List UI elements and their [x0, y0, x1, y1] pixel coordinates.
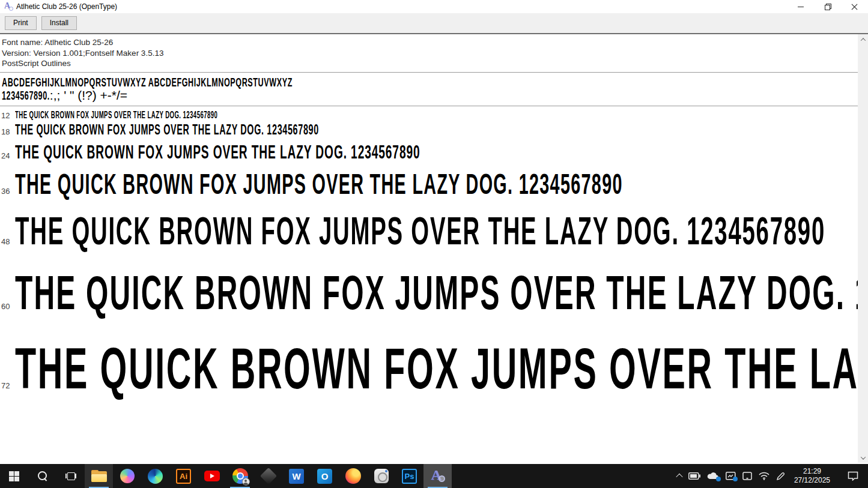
- size-label: 24: [0, 145, 15, 167]
- size-label: 18: [0, 124, 15, 140]
- outlook-icon: O: [317, 469, 332, 484]
- sample-row-72: 72 THE QUICK BROWN FOX JUMPS OVER THE LA…: [0, 335, 858, 420]
- size-label: 60: [0, 279, 15, 335]
- font-preview-area: Font name: Atlhetic Club 25-26 Version: …: [0, 34, 868, 463]
- sample-text: THE QUICK BROWN FOX JUMPS OVER THE LAZY …: [15, 167, 623, 201]
- font-viewer-icon: A: [431, 469, 445, 483]
- font-viewer-window: A Atlhetic Club 25-26 (OpenType) Print I…: [0, 0, 868, 488]
- charset-numbers-punctuation: 1234567890.:,; ' " (!?) +-*/=: [2, 89, 858, 102]
- size-label: 36: [0, 175, 15, 208]
- vertical-scrollbar[interactable]: [858, 34, 868, 463]
- size-label: 12: [0, 110, 15, 121]
- edge-icon: [148, 469, 163, 484]
- chevron-up-icon: [860, 38, 865, 43]
- chevron-down-icon: [860, 454, 865, 459]
- minimize-icon: [798, 7, 804, 7]
- action-center-icon: [848, 471, 858, 481]
- tray-overflow-button[interactable]: [677, 474, 682, 478]
- battery-icon: [688, 472, 700, 480]
- divider: [0, 72, 858, 73]
- wifi-icon: [759, 472, 769, 480]
- onedrive-status[interactable]: [707, 472, 719, 480]
- clock-date: 27/12/2025: [794, 476, 830, 485]
- search-icon: [37, 471, 48, 481]
- print-button[interactable]: Print: [5, 16, 37, 30]
- fallback-punctuation: :,; ' " (!?) +-*/=: [50, 89, 127, 102]
- sample-row-24: 24 THE QUICK BROWN FOX JUMPS OVER THE LA…: [0, 140, 858, 167]
- taskbar-youtube[interactable]: [198, 464, 226, 488]
- taskbar-font-viewer[interactable]: A: [423, 464, 452, 488]
- sample-row-12: 12 THE QUICK BROWN FOX JUMPS OVER THE LA…: [0, 110, 858, 121]
- tablet-icon: [742, 472, 752, 480]
- sample-text: THE QUICK BROWN FOX JUMPS OVER THE LAZY …: [15, 208, 825, 254]
- illustrator-icon: Ai: [176, 469, 191, 484]
- window-controls: [787, 0, 868, 13]
- pen-icon: [776, 472, 785, 481]
- taskbar-task-view[interactable]: [56, 464, 85, 488]
- font-version-line: Version: Version 1.001;Fontself Maker 3.…: [2, 48, 858, 59]
- charset-letters: ABCDEFGHIJKLMNOPQRSTUVWXYZ ABCDEFGHIJKLM…: [2, 76, 858, 89]
- taskbar-firefox[interactable]: [339, 464, 367, 488]
- photos-badge: [733, 477, 738, 481]
- word-icon: W: [289, 469, 304, 484]
- taskbar-search[interactable]: [28, 464, 56, 488]
- close-button[interactable]: [841, 0, 868, 13]
- start-button[interactable]: [0, 464, 28, 488]
- sample-row-48: 48 THE QUICK BROWN FOX JUMPS OVER THE LA…: [0, 208, 858, 265]
- taskbar-photoshop[interactable]: Ps: [395, 464, 423, 488]
- install-button[interactable]: Install: [41, 16, 77, 30]
- font-metadata: Font name: Atlhetic Club 25-26 Version: …: [0, 34, 858, 70]
- taskbar-copilot[interactable]: [113, 464, 141, 488]
- divider: [0, 106, 858, 106]
- titlebar: A Atlhetic Club 25-26 (OpenType): [0, 0, 868, 13]
- taskbar-clock[interactable]: 21:29 27/12/2025: [792, 467, 835, 485]
- scroll-up-button[interactable]: [858, 34, 868, 44]
- chrome-icon: [232, 468, 248, 484]
- taskbar-chrome[interactable]: [226, 464, 254, 488]
- taskbar-file-explorer[interactable]: [85, 464, 113, 488]
- taskbar-illustrator[interactable]: Ai: [169, 464, 198, 488]
- minimize-button[interactable]: [787, 0, 814, 13]
- taskbar-inkscape[interactable]: [254, 464, 282, 488]
- close-icon: [851, 4, 858, 10]
- sample-text: THE QUICK BROWN FOX JUMPS OVER THE LAZY …: [15, 265, 858, 321]
- sample-text: THE QUICK BROWN FOX JUMPS OVER THE LAZY …: [15, 121, 319, 138]
- chrome-profile-avatar: [242, 478, 250, 486]
- firefox-icon: [345, 468, 361, 484]
- restore-button[interactable]: [814, 0, 841, 13]
- task-view-icon: [65, 472, 76, 480]
- copilot-icon: [120, 469, 135, 483]
- size-label: 48: [0, 219, 15, 265]
- clock-time: 21:29: [794, 467, 830, 476]
- sample-text: THE QUICK BROWN FOX JUMPS OVER THE LAZY …: [15, 140, 420, 163]
- inkscape-icon: [259, 468, 276, 484]
- scroll-down-button[interactable]: [858, 453, 868, 463]
- sample-row-36: 36 THE QUICK BROWN FOX JUMPS OVER THE LA…: [0, 167, 858, 208]
- sample-text: THE QUICK BROWN FOX JUMPS OVER THE LAZY …: [15, 335, 858, 402]
- windows-ink[interactable]: [776, 472, 785, 481]
- size-label: 72: [0, 352, 15, 420]
- toolbar: Print Install: [0, 13, 868, 34]
- font-name-line: Font name: Atlhetic Club 25-26: [2, 37, 858, 48]
- tablet-mode[interactable]: [742, 472, 752, 480]
- character-set: ABCDEFGHIJKLMNOPQRSTUVWXYZ ABCDEFGHIJKLM…: [0, 74, 858, 104]
- sample-text-sizes: 12 THE QUICK BROWN FOX JUMPS OVER THE LA…: [0, 107, 858, 420]
- system-tray: 21:29 27/12/2025: [677, 464, 868, 488]
- battery-status[interactable]: [688, 472, 700, 480]
- taskbar-camera-app[interactable]: [367, 464, 395, 488]
- start-icon: [9, 471, 19, 481]
- onedrive-info-badge: [716, 477, 721, 481]
- file-explorer-icon: [91, 470, 107, 482]
- font-outlines-line: PostScript Outlines: [2, 58, 858, 69]
- taskbar-outlook[interactable]: O: [311, 464, 339, 488]
- youtube-icon: [204, 471, 220, 481]
- action-center-button[interactable]: [842, 471, 864, 481]
- restore-icon: [825, 4, 831, 10]
- taskbar-edge[interactable]: [141, 464, 169, 488]
- sample-row-18: 18 THE QUICK BROWN FOX JUMPS OVER THE LA…: [0, 121, 858, 140]
- photoshop-icon: Ps: [402, 469, 417, 484]
- photos-status[interactable]: [726, 472, 736, 480]
- network-status[interactable]: [759, 472, 769, 480]
- font-file-icon: A: [4, 2, 13, 11]
- taskbar-word[interactable]: W: [282, 464, 311, 488]
